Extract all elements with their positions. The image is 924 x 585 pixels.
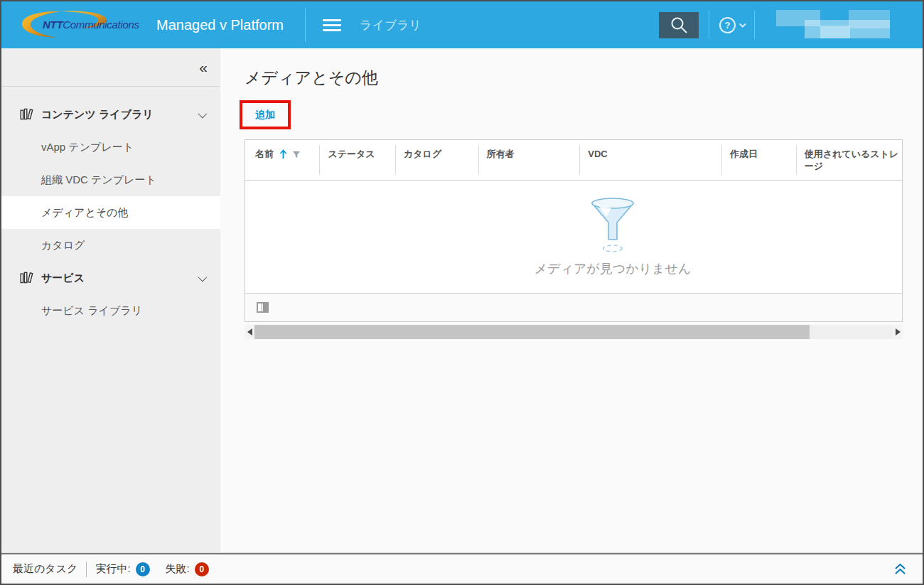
horizontal-scrollbar[interactable] <box>245 325 903 339</box>
scrollbar-track[interactable] <box>254 325 893 339</box>
sidebar-nav: コンテンツ ライブラリ vApp テンプレート 組織 VDC テンプレート メデ… <box>1 87 220 327</box>
sidebar-item-services[interactable]: サービス <box>1 262 220 294</box>
chevron-down-icon <box>198 272 208 281</box>
column-header-name[interactable]: 名前 <box>245 140 319 180</box>
sidebar-item-label: サービス <box>41 272 85 285</box>
search-icon <box>670 16 689 35</box>
running-count-badge: 0 <box>136 562 150 576</box>
sidebar-item-vapp-templates[interactable]: vApp テンプレート <box>1 131 220 163</box>
sidebar-item-label: サービス ライブラリ <box>41 304 142 318</box>
help-button[interactable]: ? <box>719 17 744 33</box>
media-grid: 名前 ステータス カタログ 所有者 <box>245 139 903 322</box>
failed-count-badge: 0 <box>195 562 209 576</box>
header-divider <box>305 8 306 42</box>
help-icon: ? <box>719 17 736 33</box>
header-right: ? <box>659 10 890 40</box>
sidebar-item-label: メディアとその他 <box>41 206 128 220</box>
column-header-created[interactable]: 作成日 <box>721 140 796 180</box>
sidebar-item-service-library[interactable]: サービス ライブラリ <box>1 294 220 327</box>
app-title: Managed v Platform <box>156 17 284 33</box>
annotation-highlight-box: 追加 <box>240 100 291 129</box>
content-area: « コンテンツ ライブラリ vApp テンプレート <box>1 48 923 553</box>
column-header-vdc[interactable]: VDC <box>579 140 721 180</box>
menu-icon[interactable] <box>323 19 341 31</box>
expand-tasks-button[interactable] <box>893 563 911 575</box>
sort-ascending-icon[interactable] <box>279 149 287 159</box>
column-header-catalog[interactable]: カタログ <box>395 140 478 180</box>
grid-footer <box>245 293 902 321</box>
add-button[interactable]: 追加 <box>255 109 275 120</box>
sidebar-item-label: 組織 VDC テンプレート <box>41 173 156 187</box>
main-panel: メディアとその他 追加 名前 <box>220 48 923 552</box>
column-picker-icon[interactable] <box>257 302 269 313</box>
header-divider <box>754 11 755 39</box>
sidebar-item-label: vApp テンプレート <box>41 141 134 154</box>
column-header-owner[interactable]: 所有者 <box>478 140 580 180</box>
page-title: メディアとその他 <box>245 67 923 89</box>
taskbar-divider <box>86 562 87 577</box>
scroll-left-arrow[interactable] <box>245 325 254 339</box>
running-tasks: 実行中: 0 <box>95 562 149 576</box>
sidebar-item-content-library[interactable]: コンテンツ ライブラリ <box>1 98 220 131</box>
sidebar: « コンテンツ ライブラリ vApp テンプレート <box>1 48 220 552</box>
scroll-right-arrow[interactable] <box>893 325 903 339</box>
chevron-down-icon <box>198 109 208 118</box>
scrollbar-thumb[interactable] <box>254 325 810 339</box>
recent-tasks-bar: 最近のタスク 実行中: 0 失敗: 0 <box>1 553 923 584</box>
logo-text: NTTCommunications <box>43 18 139 31</box>
double-chevron-up-icon <box>893 563 907 575</box>
column-header-status[interactable]: ステータス <box>319 140 395 180</box>
failed-tasks: 失敗: 0 <box>166 562 209 576</box>
grid-header-row: 名前 ステータス カタログ 所有者 <box>245 140 902 181</box>
empty-state: メディアが見つかりません <box>284 181 923 293</box>
sidebar-item-org-vdc-templates[interactable]: 組織 VDC テンプレート <box>1 163 220 196</box>
sidebar-item-media-and-other[interactable]: メディアとその他 <box>1 196 220 229</box>
library-icon <box>20 272 34 284</box>
app-header: NTTCommunications Managed v Platform ライブ… <box>1 1 923 48</box>
empty-message: メディアが見つかりません <box>534 260 692 277</box>
sidebar-item-label: カタログ <box>41 239 85 252</box>
recent-tasks-label[interactable]: 最近のタスク <box>13 562 77 576</box>
sidebar-item-label: コンテンツ ライブラリ <box>41 108 154 122</box>
redacted-username[interactable] <box>776 10 890 40</box>
search-button[interactable] <box>659 12 699 38</box>
running-label: 実行中: <box>95 562 130 576</box>
column-header-storage-used[interactable]: 使用されているストレージ <box>796 140 902 180</box>
empty-funnel-icon <box>590 196 635 253</box>
chevron-down-icon <box>739 21 746 28</box>
sidebar-item-catalogs[interactable]: カタログ <box>1 229 220 262</box>
app-window: NTTCommunications Managed v Platform ライブ… <box>0 0 924 585</box>
failed-label: 失敗: <box>166 562 190 576</box>
collapse-sidebar-icon[interactable]: « <box>199 60 208 75</box>
ntt-communications-logo: NTTCommunications <box>18 9 146 41</box>
library-icon <box>20 108 34 121</box>
filter-icon[interactable] <box>292 151 301 159</box>
header-divider <box>709 11 709 39</box>
tab-library[interactable]: ライブラリ <box>360 17 421 33</box>
sidebar-header: « <box>1 48 220 87</box>
